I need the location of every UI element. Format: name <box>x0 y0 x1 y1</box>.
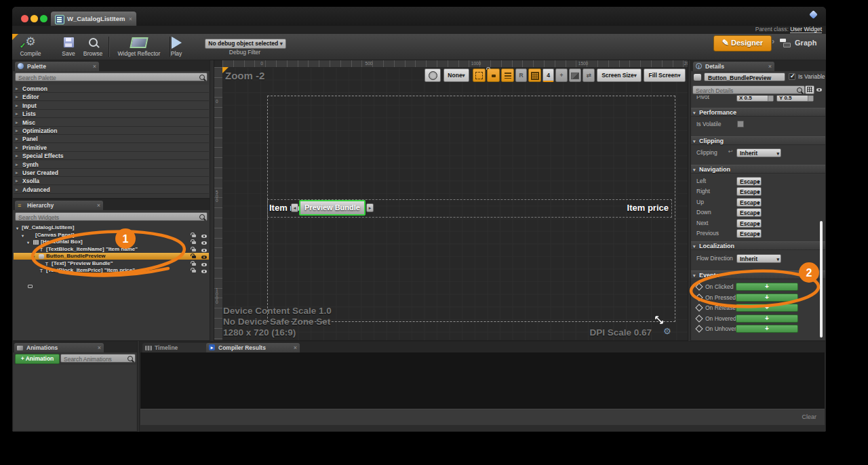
tree-row-root[interactable]: [W_CatalogListItem] <box>14 224 209 231</box>
tree-row-horizontal-box[interactable]: [Horizontal Box] <box>14 239 209 245</box>
section-clipping[interactable]: Clipping <box>691 136 825 145</box>
visibility-eye-icon[interactable] <box>201 262 207 267</box>
canvas-item-price-text[interactable]: Item price <box>594 203 669 213</box>
save-button[interactable]: Save <box>57 35 80 58</box>
visibility-eye-icon[interactable] <box>201 240 207 245</box>
nav-up-dropdown[interactable]: Escape <box>736 198 762 207</box>
respect-locks-button[interactable]: R <box>515 68 527 82</box>
details-scrollbar[interactable] <box>820 221 823 338</box>
right-handle[interactable]: ▸ <box>366 203 374 212</box>
property-matrix-button[interactable] <box>805 85 814 94</box>
lock-icon[interactable] <box>192 256 196 258</box>
section-navigation[interactable]: Navigation <box>691 165 825 174</box>
view-options-eye-icon[interactable] <box>816 87 822 92</box>
nav-down-dropdown[interactable]: Escape <box>736 208 762 217</box>
palette-category-user-created[interactable]: User Created <box>14 169 209 177</box>
debug-object-dropdown[interactable]: No debug object selected ▾ <box>205 39 286 49</box>
palette-category-panel[interactable]: Panel <box>14 135 209 143</box>
localization-preview-button[interactable] <box>425 68 441 82</box>
pivot-x-field[interactable]: X 0.5 <box>736 96 774 102</box>
lock-icon[interactable] <box>192 270 196 272</box>
tree-row-button-bundlepreview[interactable]: Button_BundlePreview <box>14 253 209 260</box>
close-tab-icon[interactable]: × <box>93 62 96 71</box>
palette-category-xsolla[interactable]: Xsolla <box>14 177 209 185</box>
palette-category-primitive[interactable]: Primitive <box>14 144 209 152</box>
pivot-y-field[interactable]: Y 0.5 <box>776 96 814 102</box>
expand-arrow-icon[interactable] <box>33 254 35 260</box>
tree-row-text-preview-bundle[interactable]: T [Text] "Preview Bundle" <box>14 260 209 267</box>
tab-hierarchy[interactable]: ≡ Hierarchy × <box>15 201 103 210</box>
tab-animations[interactable]: Animations × <box>14 343 104 352</box>
palette-category-input[interactable]: Input <box>14 102 209 110</box>
parent-class-link[interactable]: User Widget <box>790 26 822 33</box>
on-clicked-add-button[interactable]: + <box>736 283 798 291</box>
minimize-window-icon[interactable] <box>31 15 38 22</box>
close-window-icon[interactable] <box>21 15 28 22</box>
on-pressed-add-button[interactable]: + <box>736 294 798 302</box>
tree-row-canvas-panel[interactable]: [Canvas Panel] <box>14 232 209 239</box>
visibility-eye-icon[interactable] <box>201 233 207 239</box>
graph-mode-button[interactable]: Graph <box>780 36 822 49</box>
canvas-preview-bundle-button[interactable]: Preview Bundle <box>299 200 366 216</box>
clear-button[interactable]: Clear <box>802 413 816 420</box>
dpi-settings-gear-icon[interactable]: ⚙ <box>663 326 671 336</box>
flip-preview-button[interactable]: ⇄ <box>583 68 595 82</box>
grid-snap-size-button[interactable]: 4 <box>542 68 554 82</box>
visibility-eye-icon[interactable] <box>201 268 207 274</box>
nav-previous-dropdown[interactable]: Escape <box>736 229 762 238</box>
is-volatile-checkbox[interactable] <box>737 121 744 127</box>
tree-row-textblock-itemname[interactable]: T [TextBlock_ItemName] "Item name" <box>14 246 209 253</box>
tree-row-textblock-itemprice[interactable]: T [TextBlock_ItemPrice] "Item price" <box>14 267 209 274</box>
play-button[interactable]: Play <box>156 35 197 58</box>
palette-category-synth[interactable]: Synth <box>14 161 209 169</box>
tab-palette[interactable]: Palette × <box>15 62 99 71</box>
animations-search-input[interactable] <box>62 355 128 363</box>
asset-tab[interactable]: W_CatalogListItem × <box>50 11 137 26</box>
nav-left-dropdown[interactable]: Escape <box>736 177 762 186</box>
close-tab-icon[interactable]: × <box>129 12 132 26</box>
palette-category-special-effects[interactable]: Special Effects <box>14 152 209 160</box>
hierarchy-search-input[interactable] <box>17 213 182 222</box>
designer-viewport[interactable]: 0 500 1000 1500 2000 0 500 1000 Zoom -2 … <box>214 60 688 341</box>
on-unhovered-add-button[interactable]: + <box>736 325 798 333</box>
lock-icon[interactable] <box>192 249 196 251</box>
screen-size-dropdown[interactable]: Screen Size▾ <box>597 68 642 82</box>
designer-mode-button[interactable]: ✎ Designer <box>713 35 772 52</box>
animations-list-area[interactable] <box>14 365 136 430</box>
on-released-add-button[interactable]: + <box>736 304 798 312</box>
lock-icon[interactable] <box>192 235 196 237</box>
browse-button[interactable]: Browse <box>80 35 106 58</box>
reset-arrow-icon[interactable]: ↩ <box>728 148 733 155</box>
palette-category-advanced[interactable]: Advanced <box>14 186 209 194</box>
compiler-results-log[interactable] <box>140 352 825 409</box>
align-button[interactable] <box>501 68 514 82</box>
flag-dropdown-button[interactable]: None▾ <box>443 68 469 82</box>
compile-button[interactable]: ⚙✓ Compile <box>14 35 47 58</box>
section-events[interactable]: Events <box>691 270 825 279</box>
widget-name-input[interactable] <box>707 73 783 82</box>
widget-name-field[interactable] <box>704 73 785 81</box>
close-tab-icon[interactable]: × <box>768 62 772 71</box>
tab-details[interactable]: i Details × <box>693 62 774 71</box>
section-performance[interactable]: Performance <box>691 108 825 117</box>
grid-snap-toggle-button[interactable] <box>528 68 541 82</box>
close-tab-icon[interactable]: × <box>98 343 101 352</box>
flow-direction-dropdown[interactable]: Inherit <box>736 254 781 263</box>
palette-category-lists[interactable]: Lists <box>14 110 209 118</box>
preview-background-button[interactable] <box>569 68 581 82</box>
lock-widgets-button[interactable] <box>487 68 500 82</box>
visibility-eye-icon[interactable] <box>201 247 207 253</box>
palette-category-common[interactable]: Common <box>14 85 209 93</box>
palette-category-misc[interactable]: Misc <box>14 119 209 127</box>
visibility-eye-icon[interactable] <box>201 254 207 260</box>
on-hovered-add-button[interactable]: + <box>736 315 798 323</box>
expand-arrow-icon[interactable] <box>16 225 18 232</box>
close-tab-icon[interactable]: × <box>294 343 297 352</box>
outline-toggle-button[interactable] <box>473 68 486 82</box>
lock-icon[interactable] <box>192 263 196 266</box>
tab-compiler-results[interactable]: ▸ Compiler Results × <box>206 343 300 352</box>
left-handle[interactable]: ◂ <box>291 203 298 212</box>
section-localization[interactable]: Localization <box>691 241 825 250</box>
details-search-input[interactable] <box>694 86 791 95</box>
maximize-window-icon[interactable] <box>40 15 47 22</box>
